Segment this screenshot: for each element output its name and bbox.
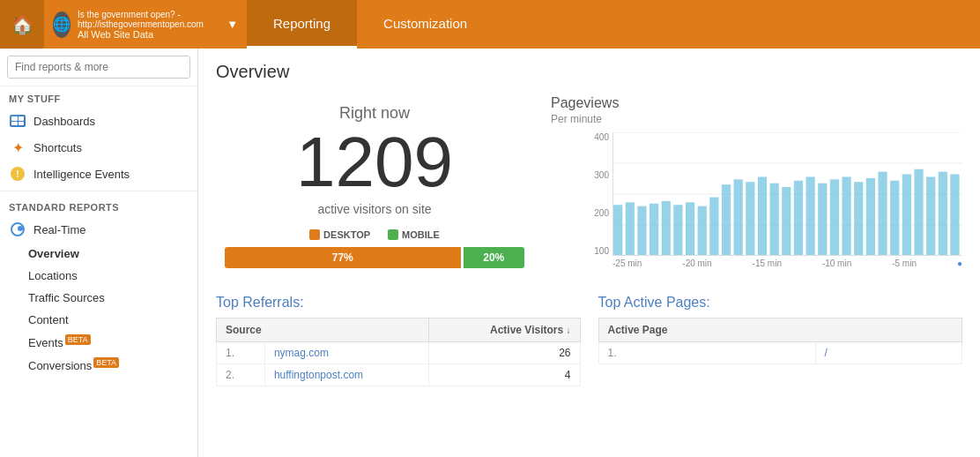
sidebar-sub-traffic-sources[interactable]: Traffic Sources	[0, 287, 197, 309]
row-source: huffingtonpost.com	[264, 364, 428, 386]
chart-area: -25 min -20 min -15 min -10 min -5 min ●	[612, 132, 962, 268]
chart-svg	[612, 132, 962, 256]
svg-rect-27	[890, 181, 899, 256]
svg-rect-25	[866, 178, 875, 256]
row-visitors: 4	[429, 364, 580, 386]
svg-rect-14	[734, 179, 743, 256]
active-label: active visitors on site	[225, 202, 524, 216]
top-section: Right now 1209 active visitors on site D…	[216, 95, 962, 277]
table-row: 1./	[598, 342, 962, 364]
my-stuff-label: MY STUFF	[0, 86, 197, 108]
svg-rect-10	[686, 202, 694, 256]
chart-x-labels: -25 min -20 min -15 min -10 min -5 min ●	[612, 256, 962, 268]
svg-rect-23	[842, 176, 850, 256]
sidebar-sub-conversions[interactable]: ConversionsBETA	[0, 354, 197, 377]
col-visitors: Active Visitors ↓	[429, 318, 580, 342]
source-link[interactable]: nymag.com	[274, 347, 329, 359]
svg-rect-30	[926, 176, 935, 256]
table-row: 2.huffingtonpost.com4	[217, 364, 581, 386]
svg-rect-18	[782, 187, 791, 256]
sort-icon: ↓	[567, 326, 571, 335]
svg-rect-12	[709, 198, 718, 256]
dropdown-arrow-icon[interactable]: ▼	[226, 18, 238, 31]
pageviews-panel: Pageviews Per minute 400 300 200 100	[551, 95, 962, 277]
top-pages-title: Top Active Pages:	[598, 295, 963, 311]
sidebar-item-intelligence[interactable]: ! Intelligence Events	[0, 161, 197, 187]
svg-rect-20	[806, 176, 814, 256]
row-page: /	[815, 342, 961, 364]
shortcuts-icon: ✦	[9, 140, 26, 154]
svg-rect-7	[650, 204, 658, 256]
svg-rect-32	[950, 175, 959, 256]
right-now-label: Right now	[225, 104, 524, 123]
svg-rect-13	[722, 184, 731, 256]
svg-rect-21	[818, 184, 827, 256]
mobile-legend: MOBILE	[388, 229, 440, 240]
page-link[interactable]: /	[825, 347, 828, 359]
mobile-dot	[388, 229, 398, 240]
tab-customization[interactable]: Customization	[357, 0, 494, 49]
visitor-count: 1209	[225, 127, 524, 198]
bottom-section: Top Referrals: Source Active Visitors ↓	[216, 295, 962, 386]
svg-rect-31	[939, 172, 947, 256]
sidebar-sub-overview[interactable]: Overview	[0, 243, 197, 265]
svg-rect-9	[673, 205, 682, 256]
sidebar-divider	[0, 191, 197, 191]
content-area: Overview Right now 1209 active visitors …	[198, 49, 980, 457]
standard-reports-label: STANDARD REPORTS	[0, 195, 197, 216]
nav-tabs: Reporting Customization	[247, 0, 494, 49]
globe-icon: 🌐	[53, 11, 71, 38]
svg-rect-8	[662, 201, 671, 256]
chart-wrapper: 400 300 200 100	[582, 132, 962, 268]
desktop-dot	[309, 229, 320, 240]
svg-rect-26	[878, 172, 887, 256]
svg-rect-16	[758, 176, 767, 256]
conversions-beta-badge: BETA	[93, 357, 119, 368]
sidebar: MY STUFF Dashboards ✦ Shortcuts ! Intell…	[0, 49, 198, 457]
col-source: Source	[217, 318, 429, 342]
page-title: Overview	[216, 62, 962, 82]
row-visitors: 26	[429, 342, 580, 364]
right-now-panel: Right now 1209 active visitors on site D…	[216, 95, 533, 277]
sidebar-item-dashboards[interactable]: Dashboards	[0, 108, 197, 134]
site-info-area: 🌐 Is the government open? - http://isthe…	[44, 10, 247, 40]
pageviews-title: Pageviews	[551, 95, 962, 111]
home-button[interactable]: 🏠	[0, 0, 44, 49]
sidebar-item-realtime[interactable]: Real-Time	[0, 216, 197, 243]
sidebar-sub-content[interactable]: Content	[0, 309, 197, 331]
search-box	[0, 49, 197, 86]
svg-rect-22	[830, 179, 839, 256]
realtime-icon	[9, 222, 26, 236]
site-url: Is the government open? - http://isthego…	[78, 10, 215, 29]
desktop-legend: DESKTOP	[309, 229, 370, 240]
search-input[interactable]	[7, 56, 190, 79]
device-bar: 77% 20%	[225, 247, 524, 268]
events-beta-badge: BETA	[65, 334, 91, 345]
chart-y-labels: 400 300 200 100	[582, 132, 612, 256]
source-link[interactable]: huffingtonpost.com	[274, 369, 363, 381]
sidebar-sub-events[interactable]: EventsBETA	[0, 331, 197, 354]
svg-rect-17	[770, 184, 779, 256]
intelligence-icon: !	[9, 167, 26, 181]
svg-rect-11	[698, 206, 707, 256]
row-num: 1.	[217, 342, 265, 364]
row-num: 1.	[598, 342, 815, 364]
svg-rect-29	[914, 169, 923, 256]
top-referrals-section: Top Referrals: Source Active Visitors ↓	[216, 295, 581, 386]
svg-rect-19	[794, 181, 803, 256]
sidebar-item-shortcuts[interactable]: ✦ Shortcuts	[0, 134, 197, 161]
sidebar-sub-locations[interactable]: Locations	[0, 265, 197, 287]
svg-rect-24	[854, 182, 863, 256]
svg-rect-28	[902, 175, 911, 256]
svg-rect-4	[613, 205, 622, 256]
svg-rect-15	[746, 182, 754, 256]
tab-reporting[interactable]: Reporting	[247, 0, 357, 49]
home-icon: 🏠	[11, 14, 33, 35]
dashboards-icon	[9, 114, 26, 128]
header: 🏠 🌐 Is the government open? - http://ist…	[0, 0, 980, 49]
site-sub: All Web Site Data	[78, 29, 215, 40]
table-row: 1.nymag.com26	[217, 342, 581, 364]
col-page: Active Page	[598, 318, 962, 342]
main-layout: MY STUFF Dashboards ✦ Shortcuts ! Intell…	[0, 49, 980, 457]
top-referrals-title: Top Referrals:	[216, 295, 581, 311]
